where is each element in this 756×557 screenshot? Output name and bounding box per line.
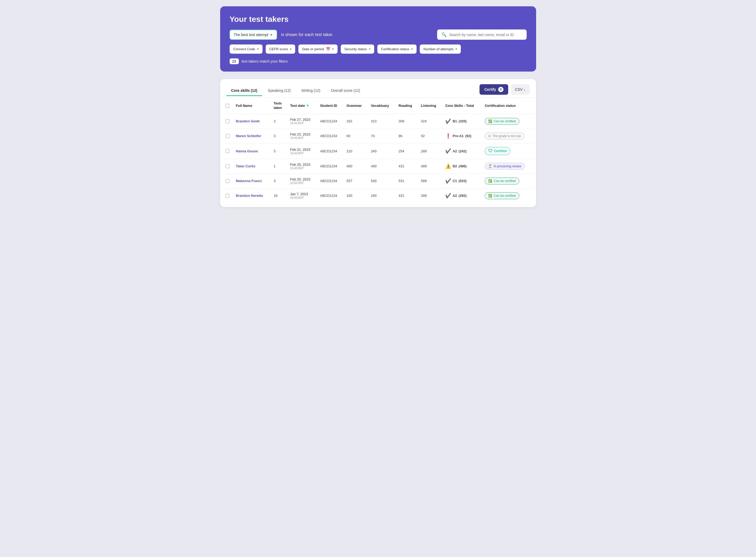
test-date-cell: Feb 20, 2023 12:55 BST: [287, 174, 317, 188]
student-name-cell: Brandon Herwitz: [233, 188, 271, 203]
sort-arrow-icon: ▼: [306, 104, 309, 108]
csv-label: CSV ↓: [515, 87, 526, 92]
test-date-main: Feb 20, 2023: [290, 177, 314, 181]
cert-badge-grade-low: ⊘ The grade is too low: [485, 133, 524, 140]
filter-security-status[interactable]: Security status ▾: [341, 45, 374, 54]
grammar-cell: 557: [343, 174, 368, 188]
shield-icon: 🛡: [488, 149, 493, 153]
level-score: (320): [459, 119, 467, 123]
attempt-dropdown-label: The best test attempt: [234, 33, 269, 37]
listening-cell: 289: [418, 143, 442, 159]
test-takers-table: Full Name Tests taken Test date ▼ Studen…: [222, 98, 534, 203]
ban-icon: ⊘: [488, 134, 491, 138]
certification-status-cell: ✅ Can be certified: [482, 188, 534, 203]
level-score: (92): [465, 134, 471, 138]
table-row: Makenna Franci 3 Feb 20, 2023 12:55 BST …: [222, 174, 534, 188]
th-reading: Reading: [395, 98, 418, 114]
tab-core-skills[interactable]: Core skills (12): [226, 86, 262, 96]
student-id-cell: ABCD1234: [317, 159, 343, 174]
test-date-cell: Feb 23, 2023 15:43 BST: [287, 129, 317, 143]
filter-date-period[interactable]: Date or period 📅 ▾: [298, 45, 337, 54]
test-date-sub: 15:43 BST: [290, 151, 314, 155]
chevron-down-icon: ▾: [411, 47, 413, 51]
listening-cell: 489: [418, 159, 442, 174]
tab-writing[interactable]: Writing (12): [297, 86, 325, 96]
test-date-sub: 12:55 BST: [290, 181, 314, 184]
student-name-link[interactable]: Hanna Gouse: [236, 149, 258, 153]
tests-taken-cell: 2: [271, 114, 287, 129]
tabs-actions: Certify 0 CSV ↓: [479, 84, 530, 97]
check-circle-icon: ✔️: [445, 118, 451, 124]
level-label: A2: [453, 149, 457, 153]
chevron-down-icon: ▾: [290, 47, 291, 51]
test-date-sub: 15:43 BST: [290, 122, 314, 125]
filter-security-label: Security status: [344, 47, 367, 51]
filters-row: Connect Code ▾ CEFR score ▾ Date or peri…: [230, 45, 527, 54]
student-name-link[interactable]: Brandon Geidt: [236, 119, 260, 123]
row-checkbox[interactable]: [225, 119, 230, 123]
tests-taken-cell: 5: [271, 143, 287, 159]
certify-button[interactable]: Certify 0: [479, 84, 508, 95]
vocabulary-cell: 540: [368, 174, 395, 188]
filter-certification-status[interactable]: Certification status ▾: [377, 45, 417, 54]
match-count-badge: 22: [230, 58, 239, 64]
row-checkbox-cell: [222, 174, 233, 188]
level-label: Pre-A1: [453, 134, 464, 138]
tab-overall-score[interactable]: Overall score (12): [326, 86, 365, 96]
filter-connect-code-label: Connect Code: [233, 47, 255, 51]
row-checkbox[interactable]: [225, 134, 230, 138]
test-date-sort[interactable]: Test date ▼: [290, 104, 314, 108]
table-wrapper: Full Name Tests taken Test date ▼ Studen…: [220, 98, 536, 203]
core-skills-total-cell: ⚠️ B2 (496): [442, 159, 482, 174]
certify-count-badge: 0: [498, 87, 503, 92]
row-checkbox[interactable]: [225, 149, 230, 153]
check-circle-icon: ✅: [488, 179, 492, 183]
row-checkbox[interactable]: [225, 194, 230, 198]
student-id-cell: ABCD1234: [317, 188, 343, 203]
grammar-cell: 60: [343, 129, 368, 143]
search-icon: 🔍: [441, 32, 447, 37]
filter-connect-code[interactable]: Connect Code ▾: [230, 45, 262, 54]
grammar-cell: 100: [343, 188, 368, 203]
th-test-date[interactable]: Test date ▼: [287, 98, 317, 114]
header-panel: Your test takers The best test attempt ▾…: [220, 6, 536, 71]
student-name-cell: Makenna Franci: [233, 174, 271, 188]
student-name-link[interactable]: Talan Curtis: [236, 164, 255, 168]
select-all-checkbox[interactable]: [225, 104, 230, 108]
check-circle-icon: ✅: [488, 194, 492, 198]
tab-speaking[interactable]: Speaking (12): [263, 86, 296, 96]
test-date-main: Feb 20, 2023: [290, 163, 314, 167]
th-certification-status: Certification status: [482, 98, 534, 114]
check-circle-icon: ✔️: [445, 193, 451, 199]
reading-cell: 531: [395, 174, 418, 188]
row-checkbox[interactable]: [225, 179, 230, 183]
csv-button[interactable]: CSV ↓: [511, 84, 530, 95]
student-name-link[interactable]: Brandon Herwitz: [236, 194, 263, 198]
vocabulary-cell: 240: [368, 143, 395, 159]
student-id-cell: ABCD1234: [317, 174, 343, 188]
filter-number-attempts[interactable]: Number of attempts ▾: [420, 45, 461, 54]
row-checkbox-cell: [222, 188, 233, 203]
test-date-cell: Feb 27, 2023 15:43 BST: [287, 114, 317, 129]
filter-cefr-score[interactable]: CEFR score ▾: [266, 45, 296, 54]
row-checkbox-cell: [222, 143, 233, 159]
reading-cell: 86: [395, 129, 418, 143]
student-id-cell: ABCD1234: [317, 143, 343, 159]
student-name-link[interactable]: Maren Schleifer: [236, 134, 261, 138]
check-circle-icon: ✅: [488, 119, 492, 123]
th-full-name: Full Name: [233, 98, 271, 114]
match-row: 22 test takers match your filters: [230, 58, 527, 64]
student-name-link[interactable]: Makenna Franci: [236, 179, 262, 183]
search-input[interactable]: [449, 33, 523, 37]
test-date-main: Feb 23, 2023: [290, 133, 314, 136]
th-vocabulary: Vocabluary: [368, 98, 395, 114]
attempt-dropdown[interactable]: The best test attempt ▾: [230, 30, 277, 40]
th-listening: Listening: [418, 98, 442, 114]
row-checkbox[interactable]: [225, 164, 230, 168]
check-circle-icon: ✔️: [445, 178, 451, 184]
chevron-down-icon: ▾: [369, 47, 370, 51]
certification-status-cell: ⏳ In proctoring review: [482, 159, 534, 174]
level-score: (496): [459, 164, 467, 168]
tabs-row: Core skills (12) Speaking (12) Writing (…: [220, 79, 536, 98]
test-date-sub: 15:43 BST: [290, 136, 314, 140]
